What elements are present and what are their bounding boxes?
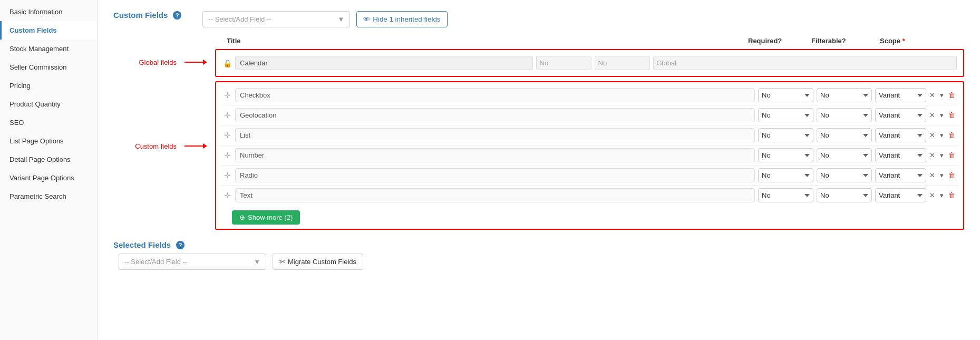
chevron-down-button-geolocation[interactable]: ▾: [938, 110, 945, 120]
filterable-select-text[interactable]: NoYes: [817, 188, 872, 202]
scope-select-number[interactable]: VariantGlobalProduct: [875, 148, 926, 162]
select-add-field-dropdown[interactable]: -- Select/Add Field -- ▼: [202, 11, 350, 27]
drag-handle-geolocation[interactable]: ✛: [222, 111, 232, 120]
scope-wrapper-radio: VariantGlobalProduct ✕ ▾ 🗑: [875, 168, 957, 182]
scope-wrapper-number: VariantGlobalProduct ✕ ▾ 🗑: [875, 148, 957, 162]
selected-fields-row: -- Select/Add Field -- ▼ ✄ Migrate Custo…: [119, 254, 964, 270]
clear-button-checkbox[interactable]: ✕: [928, 90, 937, 100]
filterable-select-list[interactable]: NoYes: [817, 128, 872, 142]
sidebar-item-variant-page-options[interactable]: Variant Page Options: [0, 169, 97, 187]
custom-fields-label-wrapper: Custom fields: [119, 85, 177, 207]
chevron-down-button-text[interactable]: ▾: [938, 190, 945, 200]
filterable-select-number[interactable]: NoYes: [817, 148, 872, 162]
field-title-input-number[interactable]: [235, 148, 755, 162]
global-field-row-calendar: 🔒 No Yes No Yes Global: [220, 53, 959, 73]
global-arrow-line: [185, 62, 203, 63]
filterable-select-geolocation[interactable]: NoYes: [817, 108, 872, 122]
drag-handle-list[interactable]: ✛: [222, 131, 232, 140]
chevron-down-button-checkbox[interactable]: ▾: [938, 90, 945, 100]
col-header-required: Required?: [748, 37, 811, 45]
sidebar-item-seo[interactable]: SEO: [0, 113, 97, 132]
fields-area: Global fields Custom fields: [119, 49, 964, 230]
clear-button-geolocation[interactable]: ✕: [928, 110, 937, 120]
sidebar-item-detail-page-options[interactable]: Detail Page Options: [0, 150, 97, 169]
scope-select-checkbox[interactable]: VariantGlobalProduct: [875, 88, 926, 102]
field-title-input-radio[interactable]: [235, 168, 755, 182]
sidebar-item-list-page-options[interactable]: List Page Options: [0, 132, 97, 150]
field-title-input-geolocation[interactable]: [235, 108, 755, 122]
section-header: Custom Fields ?: [113, 11, 181, 20]
global-fields-box: 🔒 No Yes No Yes Global: [215, 49, 964, 77]
drag-handle-checkbox[interactable]: ✛: [222, 91, 232, 100]
delete-button-radio[interactable]: 🗑: [947, 170, 957, 180]
field-title-input-list[interactable]: [235, 128, 755, 142]
clear-button-text[interactable]: ✕: [928, 190, 937, 200]
field-title-input-checkbox[interactable]: [235, 88, 755, 102]
custom-arrow-line: [185, 145, 203, 147]
required-select-calendar[interactable]: No Yes: [536, 56, 591, 70]
sidebar-item-parametric-search[interactable]: Parametric Search: [0, 187, 97, 206]
field-title-input-text[interactable]: [235, 188, 755, 202]
required-select-checkbox[interactable]: NoYes: [758, 88, 813, 102]
lock-icon: 🔒: [222, 59, 232, 67]
chevron-down-button-list[interactable]: ▾: [938, 130, 945, 140]
scope-required-star: *: [900, 37, 905, 45]
drag-handle-radio[interactable]: ✛: [222, 171, 232, 180]
clear-button-list[interactable]: ✕: [928, 130, 937, 140]
sidebar-item-product-quantity[interactable]: Product Quantity: [0, 95, 97, 113]
required-select-list[interactable]: NoYes: [758, 128, 813, 142]
main-content: Custom Fields ? -- Select/Add Field -- ▼…: [98, 0, 980, 340]
eye-icon: 👁: [363, 15, 370, 23]
chevron-down-button-number[interactable]: ▾: [938, 150, 945, 160]
scope-select-geolocation[interactable]: VariantGlobalProduct: [875, 108, 926, 122]
scope-select-calendar[interactable]: Global: [653, 56, 957, 70]
selected-fields-help-icon[interactable]: ?: [176, 241, 185, 249]
hide-inherited-fields-button[interactable]: 👁 Hide 1 inherited fields: [356, 11, 447, 27]
sidebar: Basic Information Custom Fields Stock Ma…: [0, 0, 98, 340]
custom-field-row-geolocation: ✛ NoYes NoYes VariantGlobalProduct: [220, 105, 959, 125]
sidebar-item-pricing[interactable]: Pricing: [0, 76, 97, 95]
field-title-input-calendar[interactable]: [235, 56, 533, 70]
filterable-select-calendar[interactable]: No Yes: [595, 56, 650, 70]
plus-icon: ⊕: [239, 213, 245, 221]
custom-field-row-number: ✛ NoYes NoYes VariantGlobalProduct: [220, 145, 959, 165]
top-bar: -- Select/Add Field -- ▼ 👁 Hide 1 inheri…: [202, 11, 447, 27]
chevron-down-button-radio[interactable]: ▾: [938, 170, 945, 180]
delete-button-list[interactable]: 🗑: [947, 130, 957, 140]
col-header-filterable: Filterable?: [811, 37, 880, 45]
scope-select-radio[interactable]: VariantGlobalProduct: [875, 168, 926, 182]
help-icon[interactable]: ?: [173, 11, 181, 20]
bottom-section: Selected Fields ? -- Select/Add Field --…: [113, 240, 964, 270]
arrows-column: [185, 49, 207, 230]
required-select-text[interactable]: NoYes: [758, 188, 813, 202]
clear-button-radio[interactable]: ✕: [928, 170, 937, 180]
delete-button-checkbox[interactable]: 🗑: [947, 90, 957, 100]
migrate-custom-fields-button[interactable]: ✄ Migrate Custom Fields: [273, 254, 363, 270]
show-more-wrapper: ⊕ Show more (2): [220, 205, 959, 226]
delete-button-number[interactable]: 🗑: [947, 150, 957, 160]
show-more-button[interactable]: ⊕ Show more (2): [232, 210, 300, 225]
selected-fields-title: Selected Fields: [113, 240, 171, 249]
required-select-geolocation[interactable]: NoYes: [758, 108, 813, 122]
filterable-select-checkbox[interactable]: NoYes: [817, 88, 872, 102]
section-title: Custom Fields: [113, 11, 168, 20]
delete-button-geolocation[interactable]: 🗑: [947, 110, 957, 120]
sidebar-item-stock-management[interactable]: Stock Management: [0, 40, 97, 58]
drag-handle-number[interactable]: ✛: [222, 151, 232, 160]
sidebar-item-custom-fields[interactable]: Custom Fields: [0, 21, 97, 40]
custom-field-row-text: ✛ NoYes NoYes VariantGlobalProduct: [220, 185, 959, 205]
drag-handle-text[interactable]: ✛: [222, 191, 232, 200]
scope-select-text[interactable]: VariantGlobalProduct: [875, 188, 926, 202]
clear-button-number[interactable]: ✕: [928, 150, 937, 160]
custom-field-row-checkbox: ✛ NoYes NoYes VariantGlobalProduct: [220, 85, 959, 105]
required-select-number[interactable]: NoYes: [758, 148, 813, 162]
sidebar-item-basic-information[interactable]: Basic Information: [0, 3, 97, 21]
selected-fields-dropdown[interactable]: -- Select/Add Field -- ▼: [119, 254, 266, 270]
custom-fields-label: Custom fields: [135, 142, 177, 150]
sidebar-item-seller-commission[interactable]: Seller Commission: [0, 58, 97, 76]
scope-select-list[interactable]: VariantGlobalProduct: [875, 128, 926, 142]
required-select-radio[interactable]: NoYes: [758, 168, 813, 182]
filterable-select-radio[interactable]: NoYes: [817, 168, 872, 182]
custom-field-row-radio: ✛ NoYes NoYes VariantGlobalProduct: [220, 165, 959, 185]
delete-button-text[interactable]: 🗑: [947, 190, 957, 200]
